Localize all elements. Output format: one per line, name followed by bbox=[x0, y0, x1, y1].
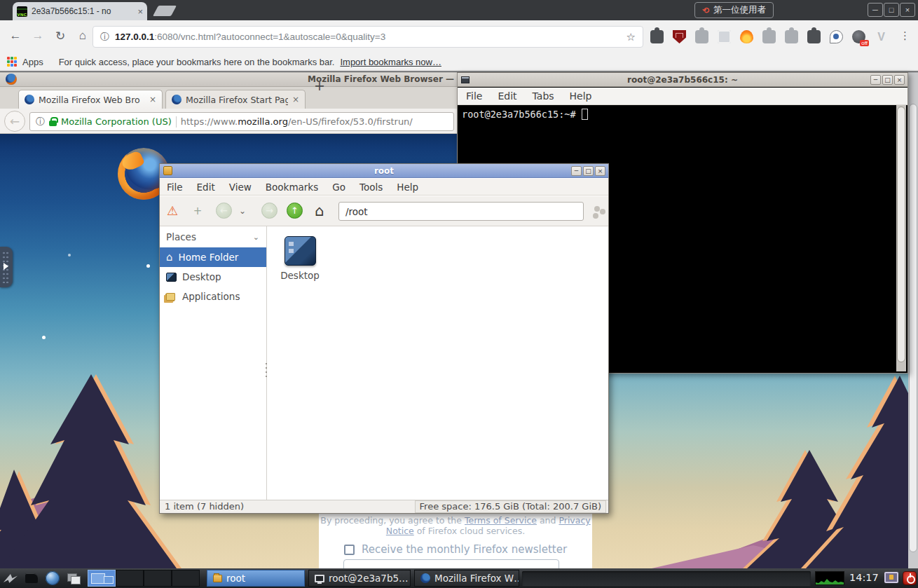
power-button[interactable] bbox=[903, 571, 917, 585]
flame-extension-icon[interactable] bbox=[740, 30, 753, 43]
menu-go[interactable]: Go bbox=[332, 182, 345, 193]
forward-icon[interactable]: → bbox=[29, 29, 46, 43]
tab-close-icon[interactable]: × bbox=[137, 7, 143, 16]
identity-label[interactable]: Mozilla Corporation (US) bbox=[61, 116, 172, 127]
lock-icon bbox=[49, 121, 57, 126]
files-launcher[interactable] bbox=[22, 570, 41, 586]
lxde-bird-icon bbox=[3, 573, 18, 584]
terminal-titlebar[interactable]: root@2e3a7b566c15: ~ ─ □ × bbox=[458, 73, 907, 87]
chrome-url-bar[interactable]: ⓘ 127.0.0.1:6080/vnc.html?autoconnect=1&… bbox=[93, 26, 643, 48]
fm-maximize-button[interactable]: □ bbox=[583, 166, 594, 176]
menu-help[interactable]: Help bbox=[397, 182, 418, 193]
tab-close-icon[interactable]: × bbox=[149, 95, 156, 104]
extension-grid-icon[interactable] bbox=[718, 30, 731, 43]
back-icon[interactable]: ← bbox=[7, 29, 24, 43]
extension-puzzle-icon[interactable] bbox=[785, 30, 798, 43]
fm-close-button[interactable]: × bbox=[595, 166, 605, 176]
nav-up-icon[interactable]: ↑ bbox=[287, 203, 303, 219]
workspace-1[interactable] bbox=[88, 570, 116, 587]
warning-icon[interactable]: ⚠ bbox=[164, 203, 181, 219]
workspace-3[interactable] bbox=[144, 570, 172, 587]
sidebar-item-home[interactable]: ⌂ Home Folder bbox=[160, 247, 266, 267]
menu-help[interactable]: Help bbox=[570, 90, 592, 102]
firefox-tab-start-page[interactable]: Mozilla Firefox Start Pag × bbox=[165, 90, 306, 109]
taskbar-button-firefox[interactable]: Mozilla Firefox W… bbox=[414, 570, 519, 587]
workspace-2[interactable] bbox=[116, 570, 144, 587]
vimium-extension-icon[interactable]: V bbox=[875, 30, 888, 43]
taskbar-button-root[interactable]: root bbox=[207, 570, 305, 587]
terminal-scrollbar[interactable] bbox=[896, 105, 906, 371]
terminal-maximize-button[interactable]: □ bbox=[882, 75, 893, 85]
clock[interactable]: 14:17 bbox=[849, 572, 879, 583]
home-icon[interactable]: ⌂ bbox=[311, 203, 328, 219]
desktop-folder-item[interactable]: Desktop bbox=[279, 236, 321, 281]
chrome-menu-icon[interactable]: ⋮ bbox=[900, 29, 911, 42]
chat-extension-icon[interactable] bbox=[830, 30, 843, 43]
extension-puzzle-icon[interactable] bbox=[762, 30, 776, 43]
terminal-minimize-button[interactable]: ─ bbox=[870, 75, 881, 85]
firefox-tab-web-browser[interactable]: Mozilla Firefox Web Bro × bbox=[18, 90, 163, 109]
sidebar-item-applications[interactable]: Applications bbox=[160, 287, 266, 306]
nav-back-icon[interactable]: ← bbox=[216, 203, 232, 219]
menu-tabs[interactable]: Tabs bbox=[533, 90, 554, 102]
window-minimize-button[interactable]: ─ bbox=[868, 3, 883, 17]
tab-close-icon[interactable]: × bbox=[292, 95, 299, 104]
apps-grid-icon[interactable] bbox=[7, 57, 17, 67]
new-tab-button[interactable] bbox=[153, 6, 177, 16]
vnc-scrollbar-thumb[interactable] bbox=[909, 104, 917, 552]
extension-puzzle-icon[interactable] bbox=[807, 30, 821, 43]
vnc-scrollbar[interactable] bbox=[908, 72, 918, 568]
fm-title: root bbox=[160, 166, 608, 176]
show-desktop-button[interactable] bbox=[64, 570, 83, 586]
profile-chip[interactable]: ⟲ 第一位使用者 bbox=[694, 2, 774, 18]
firefox-new-tab-icon[interactable]: + bbox=[314, 78, 325, 93]
email-field[interactable] bbox=[343, 559, 559, 568]
sidebar-resize-grip[interactable] bbox=[265, 362, 268, 377]
terminal-scrollbar-thumb[interactable] bbox=[897, 107, 905, 362]
sidebar-item-desktop[interactable]: Desktop bbox=[160, 267, 266, 287]
lock-screen-icon[interactable] bbox=[884, 572, 898, 583]
places-selector[interactable]: Places ⌄ bbox=[160, 226, 266, 247]
signup-card: By proceeding, you agree to the Terms of… bbox=[319, 514, 592, 568]
proxy-extension-icon[interactable]: off bbox=[852, 30, 865, 43]
taskbar-button-terminal[interactable]: root@2e3a7b5… bbox=[308, 570, 411, 587]
chrome-tab[interactable]: VNC 2e3a7b566c15:1 - no × bbox=[13, 2, 147, 20]
firefox-url-bar[interactable]: ⓘ Mozilla Corporation (US) https://www.m… bbox=[29, 112, 454, 131]
extension-puzzle-icon[interactable] bbox=[650, 30, 664, 43]
info-icon[interactable]: ⓘ bbox=[36, 116, 45, 128]
menu-file[interactable]: File bbox=[167, 182, 183, 193]
firefox-back-button[interactable]: ← bbox=[4, 111, 25, 132]
fm-titlebar[interactable]: root ─ □ × bbox=[160, 164, 608, 178]
reload-icon[interactable]: ↻ bbox=[52, 29, 69, 43]
extension-puzzle-icon[interactable] bbox=[695, 30, 708, 43]
window-maximize-button[interactable]: □ bbox=[884, 3, 899, 17]
menu-file[interactable]: File bbox=[466, 90, 482, 102]
menu-bookmarks[interactable]: Bookmarks bbox=[266, 182, 318, 193]
cpu-monitor[interactable] bbox=[815, 571, 844, 585]
ublock-origin-icon[interactable] bbox=[673, 30, 686, 43]
menu-edit[interactable]: Edit bbox=[197, 182, 215, 193]
side-pane-icon[interactable] bbox=[594, 206, 600, 212]
fm-path-bar[interactable]: /root bbox=[338, 202, 584, 221]
terminal-close-button[interactable]: × bbox=[894, 75, 905, 85]
terms-link[interactable]: Terms of Service bbox=[465, 515, 537, 526]
browser-launcher[interactable] bbox=[43, 570, 62, 586]
chevron-down-icon[interactable]: ⌄ bbox=[234, 203, 251, 219]
apps-label[interactable]: Apps bbox=[22, 57, 43, 67]
app-menu-button[interactable] bbox=[1, 570, 20, 586]
page-info-icon[interactable]: ⓘ bbox=[100, 31, 109, 43]
new-tab-icon[interactable]: + bbox=[189, 203, 206, 219]
home-icon[interactable]: ⌂ bbox=[74, 29, 91, 43]
novnc-control-handle[interactable] bbox=[0, 247, 13, 287]
menu-tools[interactable]: Tools bbox=[359, 182, 383, 193]
terminal-menubar: File Edit Tabs Help bbox=[458, 88, 907, 105]
newsletter-checkbox[interactable] bbox=[344, 545, 355, 555]
menu-edit[interactable]: Edit bbox=[498, 90, 516, 102]
fm-minimize-button[interactable]: ─ bbox=[571, 166, 582, 176]
menu-view[interactable]: View bbox=[229, 182, 252, 193]
import-bookmarks-link[interactable]: Import bookmarks now… bbox=[340, 57, 441, 67]
window-close-button[interactable]: × bbox=[900, 3, 915, 17]
bookmark-star-icon[interactable]: ☆ bbox=[626, 31, 636, 43]
nav-forward-icon[interactable]: → bbox=[261, 203, 278, 219]
workspace-4[interactable] bbox=[172, 570, 200, 587]
